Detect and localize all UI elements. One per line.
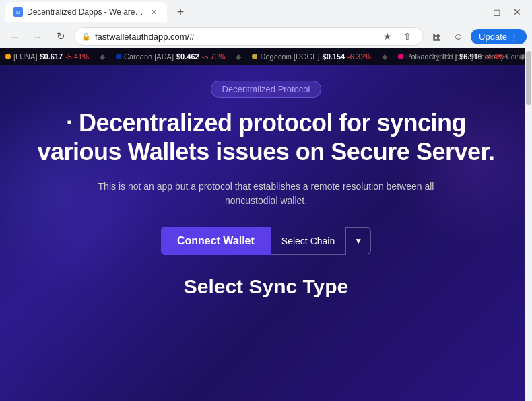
forward-button[interactable]: → <box>28 27 47 46</box>
select-sync-section: Select Sync Type <box>13 275 519 298</box>
title-bar: D Decentralized Dapps - We are u... ✕ + … <box>0 0 532 24</box>
tab-label: Decentralized Dapps - We are u... <box>27 7 144 17</box>
profile-button[interactable]: ☺ <box>449 28 467 45</box>
close-window-button[interactable]: ✕ <box>508 3 527 22</box>
page-wrapper: D Decentralized Dapps - We are u... ✕ + … <box>0 0 532 401</box>
luna-dot <box>5 54 11 59</box>
doge-price: $0.154 <box>323 52 345 61</box>
scrollbar-thumb[interactable] <box>526 51 531 105</box>
doge-name: Dogecoin [DOGE] <box>260 52 319 61</box>
cta-row: Connect Wallet Select Chain ▼ <box>161 227 371 255</box>
doge-change: -6.32% <box>347 52 371 61</box>
ticker-separator-2: ◆ <box>236 52 241 61</box>
refresh-button[interactable]: ↻ <box>51 27 70 46</box>
back-button[interactable]: ← <box>5 27 24 46</box>
hero-title: · Decentralized protocol for syncing var… <box>24 108 508 166</box>
main-content: Decentralized Protocol · Decentralized p… <box>0 65 532 401</box>
minimize-button[interactable]: – <box>467 3 486 22</box>
window-buttons: – ◻ ✕ <box>467 3 527 22</box>
new-tab-button[interactable]: + <box>171 3 190 22</box>
tab-favicon: D <box>13 7 23 17</box>
bookmark-button[interactable]: ★ <box>378 28 396 45</box>
ticker-item-doge: Dogecoin [DOGE] $0.154 -6.32% <box>252 52 371 61</box>
url-text: fastwalletauthdapp.com/# <box>95 32 374 42</box>
protocol-badge: Decentralized Protocol <box>211 81 322 98</box>
update-label: Update <box>479 32 507 42</box>
update-menu-icon: ⋮ <box>510 32 519 42</box>
dot-dot <box>398 54 403 59</box>
select-chain-dropdown-button[interactable]: ▼ <box>346 227 371 254</box>
tab-close-button[interactable]: ✕ <box>148 7 159 17</box>
ticker-item-ada: Cardano [ADA] $0.462 -5.70% <box>116 52 226 61</box>
luna-price: $0.617 <box>40 52 63 61</box>
ada-dot <box>116 54 121 59</box>
active-tab[interactable]: D Decentralized Dapps - We are u... ✕ <box>5 2 167 22</box>
scrollbar[interactable] <box>525 48 532 401</box>
address-icons: ★ ⇧ <box>378 28 416 45</box>
doge-dot <box>252 54 257 59</box>
address-bar-row: ← → ↻ 🔒 fastwalletauthdapp.com/# ★ ⇧ ▦ ☺… <box>0 24 532 48</box>
select-chain-button[interactable]: Select Chain <box>271 227 346 255</box>
ticker-source: Cryptocurrency Prices by Coinlib <box>429 53 527 61</box>
luna-name: [LUNA] <box>13 52 37 61</box>
browser-chrome: D Decentralized Dapps - We are u... ✕ + … <box>0 0 532 48</box>
address-bar[interactable]: 🔒 fastwalletauthdapp.com/# ★ ⇧ <box>74 27 424 46</box>
ticker-separator-1: ◆ <box>100 52 105 61</box>
ada-name: Cardano [ADA] <box>124 52 174 61</box>
lock-icon: 🔒 <box>81 32 91 41</box>
dropdown-chevron-icon: ▼ <box>354 236 362 246</box>
ticker-separator-3: ◆ <box>382 52 387 61</box>
connect-wallet-button[interactable]: Connect Wallet <box>161 227 271 255</box>
luna-change: -5.41% <box>65 52 89 61</box>
ada-change: -5.70% <box>202 52 226 61</box>
ada-price: $0.462 <box>176 52 199 61</box>
extensions-button[interactable]: ▦ <box>428 28 445 45</box>
hero-subtitle: This is not an app but a protocol that e… <box>91 180 441 208</box>
select-sync-title: Select Sync Type <box>13 275 519 298</box>
ticker-bar: [LUNA] $0.617 -5.41% ◆ Cardano [ADA] $0.… <box>0 48 532 65</box>
update-button[interactable]: Update ⋮ <box>471 29 527 44</box>
restore-button[interactable]: ◻ <box>488 3 506 22</box>
ticker-item-luna: [LUNA] $0.617 -5.41% <box>5 52 89 61</box>
share-button[interactable]: ⇧ <box>399 28 416 45</box>
